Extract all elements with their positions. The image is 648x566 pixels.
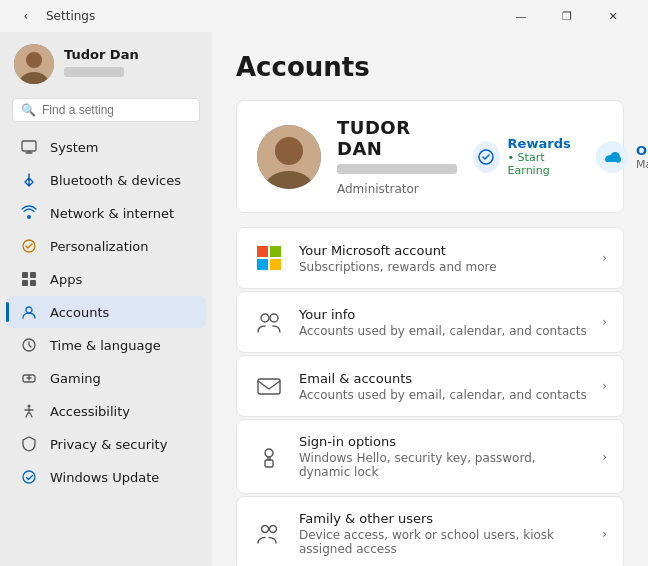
sidebar-item-accessibility[interactable]: Accessibility	[6, 395, 206, 427]
email-title: Email & accounts	[299, 371, 588, 386]
profile-info: TUDOR DAN Administrator	[337, 117, 457, 196]
time-icon	[20, 336, 38, 354]
signin-icon	[253, 441, 285, 473]
svg-point-13	[23, 471, 35, 483]
search-input[interactable]	[42, 103, 191, 117]
settings-list: Your Microsoft account Subscriptions, re…	[236, 227, 624, 566]
settings-item-your-info[interactable]: Your info Accounts used by email, calend…	[236, 291, 624, 353]
bluetooth-icon	[20, 171, 38, 189]
your-info-text: Your info Accounts used by email, calend…	[299, 307, 588, 338]
sidebar-item-accounts[interactable]: Accounts	[6, 296, 206, 328]
search-box[interactable]: 🔍	[12, 98, 200, 122]
svg-rect-24	[258, 379, 280, 394]
svg-point-4	[23, 240, 35, 252]
sidebar-item-apps[interactable]: Apps	[6, 263, 206, 295]
maximize-button[interactable]: ❐	[544, 0, 590, 32]
app-title: Settings	[46, 9, 95, 23]
user-email-blur	[64, 67, 124, 77]
email-text: Email & accounts Accounts used by email,…	[299, 371, 588, 402]
rewards-action[interactable]: Rewards • Start Earning	[473, 136, 576, 177]
close-button[interactable]: ✕	[590, 0, 636, 32]
svg-point-25	[265, 449, 273, 457]
profile-name: TUDOR DAN	[337, 117, 457, 159]
rewards-text: Rewards • Start Earning	[508, 136, 576, 177]
onedrive-action[interactable]: OneDrive Manage	[596, 136, 648, 177]
gaming-icon	[20, 369, 38, 387]
email-arrow: ›	[602, 379, 607, 393]
onedrive-sublabel: Manage	[636, 158, 648, 171]
sidebar-item-privacy[interactable]: Privacy & security	[6, 428, 206, 460]
rewards-icon	[473, 141, 500, 173]
accessibility-icon	[20, 402, 38, 420]
your-info-icon	[253, 306, 285, 338]
svg-point-9	[26, 307, 32, 313]
onedrive-label: OneDrive	[636, 143, 648, 158]
personalization-icon	[20, 237, 38, 255]
sidebar-label-gaming: Gaming	[50, 371, 101, 386]
system-icon	[20, 138, 38, 156]
svg-rect-18	[257, 246, 268, 257]
svg-rect-20	[257, 259, 268, 270]
family-icon	[253, 518, 285, 550]
svg-point-28	[270, 525, 277, 532]
minimize-button[interactable]: —	[498, 0, 544, 32]
sidebar-item-system[interactable]: System	[6, 131, 206, 163]
sidebar-item-bluetooth[interactable]: Bluetooth & devices	[6, 164, 206, 196]
main-content: Accounts TUDOR DAN Administrator	[212, 32, 648, 566]
sidebar-label-system: System	[50, 140, 98, 155]
profile-card[interactable]: TUDOR DAN Administrator Rewards • Start …	[236, 100, 624, 213]
svg-point-23	[270, 314, 278, 322]
settings-item-email[interactable]: Email & accounts Accounts used by email,…	[236, 355, 624, 417]
signin-desc: Windows Hello, security key, password, d…	[299, 451, 588, 479]
onedrive-icon	[596, 141, 628, 173]
sidebar-item-time[interactable]: Time & language	[6, 329, 206, 361]
settings-item-microsoft-account[interactable]: Your Microsoft account Subscriptions, re…	[236, 227, 624, 289]
svg-point-15	[275, 137, 303, 165]
family-text: Family & other users Device access, work…	[299, 511, 588, 556]
sidebar: Tudor Dan 🔍 System	[0, 32, 212, 566]
sidebar-label-network: Network & internet	[50, 206, 174, 221]
sidebar-item-network[interactable]: Network & internet	[6, 197, 206, 229]
svg-rect-26	[265, 460, 273, 467]
search-container: 🔍	[0, 94, 212, 130]
profile-actions: Rewards • Start Earning OneDrive Manage	[473, 136, 648, 177]
email-icon	[253, 370, 285, 402]
signin-text: Sign-in options Windows Hello, security …	[299, 434, 588, 479]
rewards-sublabel: • Start Earning	[508, 151, 576, 177]
sidebar-label-bluetooth: Bluetooth & devices	[50, 173, 181, 188]
sidebar-label-personalization: Personalization	[50, 239, 149, 254]
microsoft-account-title: Your Microsoft account	[299, 243, 588, 258]
signin-title: Sign-in options	[299, 434, 588, 449]
microsoft-account-arrow: ›	[602, 251, 607, 265]
sidebar-label-apps: Apps	[50, 272, 82, 287]
microsoft-account-text: Your Microsoft account Subscriptions, re…	[299, 243, 588, 274]
update-icon	[20, 468, 38, 486]
svg-point-27	[262, 525, 269, 532]
user-section[interactable]: Tudor Dan	[0, 32, 212, 94]
settings-item-family[interactable]: Family & other users Device access, work…	[236, 496, 624, 566]
family-arrow: ›	[602, 527, 607, 541]
your-info-desc: Accounts used by email, calendar, and co…	[299, 324, 588, 338]
svg-point-22	[261, 314, 269, 322]
window-controls: — ❐ ✕	[498, 0, 636, 32]
signin-arrow: ›	[602, 450, 607, 464]
microsoft-account-desc: Subscriptions, rewards and more	[299, 260, 588, 274]
page-title: Accounts	[236, 52, 624, 82]
back-button[interactable]: ‹	[12, 2, 40, 30]
sidebar-label-time: Time & language	[50, 338, 161, 353]
svg-rect-19	[270, 246, 281, 257]
sidebar-item-gaming[interactable]: Gaming	[6, 362, 206, 394]
privacy-icon	[20, 435, 38, 453]
network-icon	[20, 204, 38, 222]
sidebar-item-update[interactable]: Windows Update	[6, 461, 206, 493]
app-container: Tudor Dan 🔍 System	[0, 32, 648, 566]
title-bar: ‹ Settings — ❐ ✕	[0, 0, 648, 32]
svg-rect-7	[22, 280, 28, 286]
email-desc: Accounts used by email, calendar, and co…	[299, 388, 588, 402]
svg-rect-8	[30, 280, 36, 286]
avatar	[14, 44, 54, 84]
profile-email-blur	[337, 164, 457, 174]
your-info-arrow: ›	[602, 315, 607, 329]
sidebar-item-personalization[interactable]: Personalization	[6, 230, 206, 262]
settings-item-signin[interactable]: Sign-in options Windows Hello, security …	[236, 419, 624, 494]
